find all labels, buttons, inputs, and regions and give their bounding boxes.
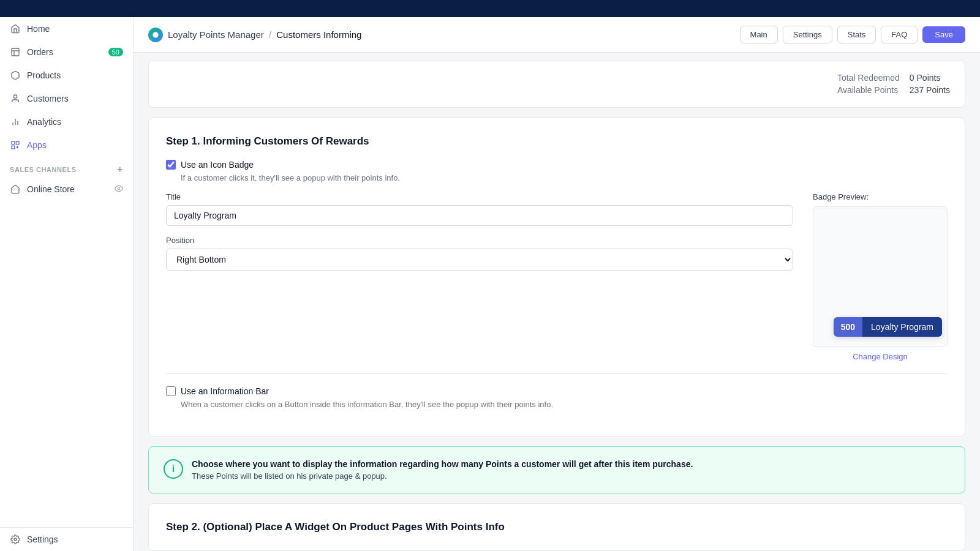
- sidebar-nav: Home Orders 50 Products Customers: [0, 17, 133, 157]
- top-stats-card: Total Redeemed 0 Points Available Points…: [148, 60, 965, 108]
- icon-badge-checkbox-row: Use an Icon Badge: [166, 160, 948, 170]
- customers-icon: [10, 93, 21, 104]
- available-points-label: Available Points: [837, 85, 900, 95]
- step1-title: Step 1. Informing Customers Of Rewards: [166, 135, 948, 148]
- app-name: Loyalty Points Manager: [168, 29, 264, 40]
- sidebar-item-customers-label: Customers: [27, 94, 69, 103]
- badge-text: Loyalty Program: [862, 317, 942, 337]
- info-box-text: Choose where you want to display the inf…: [192, 459, 693, 481]
- svg-point-3: [13, 95, 17, 98]
- add-channel-icon[interactable]: +: [117, 164, 123, 175]
- svg-point-11: [14, 538, 17, 541]
- svg-rect-9: [12, 146, 15, 149]
- svg-rect-7: [12, 141, 15, 144]
- orders-icon: [10, 47, 21, 58]
- sidebar-item-settings[interactable]: Settings: [0, 528, 133, 551]
- info-bar-checkbox[interactable]: [166, 386, 176, 396]
- position-select[interactable]: Right Bottom Left Bottom Right Top Left …: [166, 249, 793, 271]
- badge-preview-box: 500 Loyalty Program: [813, 206, 948, 347]
- breadcrumb-separator: /: [269, 29, 271, 40]
- title-input[interactable]: [166, 205, 793, 226]
- sidebar-item-orders-label: Orders: [27, 47, 53, 57]
- page-header: Loyalty Points Manager / Customers Infor…: [134, 17, 980, 53]
- sidebar-item-orders[interactable]: Orders 50: [0, 40, 133, 64]
- tab-faq[interactable]: FAQ: [881, 26, 918, 43]
- svg-point-12: [153, 32, 158, 37]
- sidebar-item-products-label: Products: [27, 70, 61, 80]
- header-breadcrumb: Loyalty Points Manager / Customers Infor…: [148, 28, 361, 42]
- info-bar-label[interactable]: Use an Information Bar: [181, 386, 269, 396]
- form-and-preview: Title Position Right Bottom Left Bottom …: [166, 192, 948, 361]
- analytics-icon: [10, 116, 21, 127]
- badge-number: 500: [834, 317, 862, 337]
- svg-rect-0: [12, 48, 19, 56]
- svg-point-10: [118, 187, 120, 190]
- sidebar-item-customers[interactable]: Customers: [0, 87, 133, 110]
- total-redeemed-label: Total Redeemed: [837, 73, 900, 83]
- icon-badge-hint: If a customer clicks it, they'll see a p…: [181, 173, 948, 182]
- sales-channels-title: SALES CHANNELS: [10, 166, 77, 173]
- icon-badge-label[interactable]: Use an Icon Badge: [181, 160, 254, 170]
- products-icon: [10, 70, 21, 81]
- sidebar: Home Orders 50 Products Customers: [0, 17, 134, 551]
- settings-icon: [10, 534, 21, 545]
- sidebar-item-products[interactable]: Products: [0, 64, 133, 87]
- info-box-bold: Choose where you want to display the inf…: [192, 459, 693, 469]
- icon-badge-checkbox[interactable]: [166, 160, 176, 170]
- apps-icon: [10, 140, 21, 151]
- info-box: i Choose where you want to display the i…: [148, 446, 965, 493]
- badge-preview-section: Badge Preview: 500 Loyalty Program Chang…: [813, 192, 948, 361]
- home-icon: [10, 23, 21, 34]
- app-logo: [148, 28, 163, 42]
- sidebar-item-settings-label: Settings: [27, 534, 58, 544]
- top-bar: [0, 0, 980, 17]
- form-section: Title Position Right Bottom Left Bottom …: [166, 192, 793, 271]
- points-info: Total Redeemed 0 Points Available Points…: [837, 73, 950, 95]
- save-button[interactable]: Save: [922, 26, 965, 43]
- sidebar-bottom: Settings: [0, 527, 133, 551]
- badge-preview-label: Badge Preview:: [813, 192, 948, 201]
- sidebar-item-apps-label: Apps: [27, 140, 47, 150]
- page-title: Customers Informing: [276, 29, 361, 40]
- tab-main[interactable]: Main: [740, 26, 778, 43]
- total-redeemed-value: 0 Points: [910, 73, 950, 83]
- info-box-normal: These Points will be listed on his priva…: [192, 471, 693, 481]
- orders-badge: 50: [108, 48, 123, 56]
- sidebar-item-home[interactable]: Home: [0, 17, 133, 40]
- change-design-link[interactable]: Change Design: [813, 352, 948, 361]
- step2-title: Step 2. (Optional) Place A Widget On Pro…: [166, 521, 948, 533]
- step2-card: Step 2. (Optional) Place A Widget On Pro…: [148, 503, 965, 551]
- svg-rect-8: [16, 141, 19, 144]
- step1-card: Step 1. Informing Customers Of Rewards U…: [148, 118, 965, 437]
- sidebar-item-home-label: Home: [27, 24, 50, 34]
- sales-channels-section: SALES CHANNELS +: [0, 157, 133, 178]
- sidebar-item-apps[interactable]: Apps: [0, 133, 133, 157]
- info-bar-checkbox-row: Use an Information Bar: [166, 386, 948, 396]
- position-field-label: Position: [166, 236, 793, 245]
- sidebar-item-analytics[interactable]: Analytics: [0, 110, 133, 133]
- sidebar-item-online-store-label: Online Store: [27, 184, 75, 194]
- available-points-value: 237 Points: [910, 85, 950, 95]
- store-visibility-icon[interactable]: [115, 184, 123, 195]
- tab-settings[interactable]: Settings: [783, 26, 832, 43]
- store-icon: [10, 184, 21, 195]
- info-icon: i: [164, 459, 183, 479]
- sidebar-item-online-store[interactable]: Online Store: [0, 178, 133, 201]
- info-bar-hint: When a customer clicks on a Button insid…: [181, 400, 948, 409]
- header-tabs: Main Settings Stats FAQ Save: [740, 26, 965, 43]
- sidebar-item-analytics-label: Analytics: [27, 117, 61, 127]
- content-area: Total Redeemed 0 Points Available Points…: [134, 53, 980, 551]
- section-divider: [166, 373, 948, 374]
- title-field-label: Title: [166, 192, 793, 201]
- main-content: Loyalty Points Manager / Customers Infor…: [134, 17, 980, 551]
- tab-stats[interactable]: Stats: [837, 26, 876, 43]
- badge-widget: 500 Loyalty Program: [834, 317, 942, 337]
